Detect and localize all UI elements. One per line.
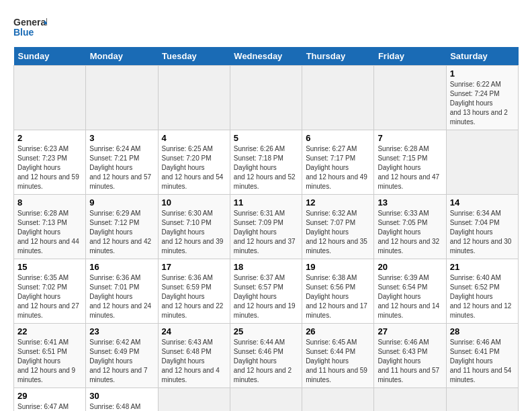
logo: General Blue (13, 13, 47, 40)
calendar-cell: 26Sunrise: 6:45 AMSunset: 6:44 PMDayligh… (302, 324, 374, 388)
calendar-cell: 1Sunrise: 6:22 AMSunset: 7:24 PMDaylight… (446, 66, 518, 130)
week-row-2: 2Sunrise: 6:23 AMSunset: 7:23 PMDaylight… (14, 130, 519, 195)
day-number: 17 (162, 262, 226, 272)
day-number: 4 (162, 133, 226, 143)
day-number: 10 (162, 197, 226, 208)
calendar-cell: 28Sunrise: 6:46 AMSunset: 6:41 PMDayligh… (446, 324, 518, 388)
calendar-cell: 9Sunrise: 6:29 AMSunset: 7:12 PMDaylight… (86, 195, 158, 259)
day-number: 3 (89, 133, 154, 143)
calendar-cell: 18Sunrise: 6:37 AMSunset: 6:57 PMDayligh… (230, 259, 302, 324)
calendar-header: SundayMondayTuesdayWednesdayThursdayFrid… (14, 47, 519, 66)
day-number: 8 (17, 197, 82, 208)
day-info: Sunrise: 6:46 AMSunset: 6:41 PMDaylight … (450, 338, 512, 383)
day-info: Sunrise: 6:34 AMSunset: 7:04 PMDaylight … (450, 210, 512, 255)
day-number: 15 (17, 262, 82, 272)
day-info: Sunrise: 6:22 AMSunset: 7:24 PMDaylight … (450, 81, 508, 126)
day-number: 13 (378, 197, 442, 208)
calendar-body: 1Sunrise: 6:22 AMSunset: 7:24 PMDaylight… (14, 66, 519, 412)
day-number: 26 (306, 326, 370, 336)
week-row-6: 29Sunrise: 6:47 AMSunset: 6:40 PMDayligh… (14, 388, 519, 412)
day-info: Sunrise: 6:47 AMSunset: 6:40 PMDaylight … (17, 403, 79, 411)
calendar-cell: 12Sunrise: 6:32 AMSunset: 7:07 PMDayligh… (302, 195, 374, 259)
calendar-cell: 7Sunrise: 6:28 AMSunset: 7:15 PMDaylight… (374, 130, 446, 195)
calendar-cell (446, 130, 518, 195)
day-info: Sunrise: 6:28 AMSunset: 7:15 PMDaylight … (378, 145, 439, 190)
calendar-cell: 4Sunrise: 6:25 AMSunset: 7:20 PMDaylight… (158, 130, 230, 195)
day-number: 14 (450, 197, 515, 208)
svg-text:General: General (13, 17, 47, 28)
day-info: Sunrise: 6:48 AMSunset: 6:38 PMDaylight … (89, 403, 151, 411)
calendar-cell: 25Sunrise: 6:44 AMSunset: 6:46 PMDayligh… (230, 324, 302, 388)
day-number: 27 (378, 326, 442, 336)
header-tuesday: Tuesday (158, 47, 230, 66)
day-number: 24 (162, 326, 226, 336)
day-info: Sunrise: 6:30 AMSunset: 7:10 PMDaylight … (162, 210, 224, 255)
svg-text:Blue: Blue (13, 27, 34, 38)
day-number: 28 (450, 326, 515, 336)
day-number: 7 (378, 133, 442, 143)
week-row-5: 22Sunrise: 6:41 AMSunset: 6:51 PMDayligh… (14, 324, 519, 388)
day-info: Sunrise: 6:29 AMSunset: 7:12 PMDaylight … (89, 210, 151, 255)
calendar-cell (302, 388, 374, 412)
day-info: Sunrise: 6:39 AMSunset: 6:54 PMDaylight … (378, 274, 439, 319)
calendar-cell (86, 66, 158, 130)
calendar-table: SundayMondayTuesdayWednesdayThursdayFrid… (13, 47, 519, 411)
day-info: Sunrise: 6:46 AMSunset: 6:43 PMDaylight … (378, 338, 439, 383)
calendar-cell: 2Sunrise: 6:23 AMSunset: 7:23 PMDaylight… (14, 130, 86, 195)
calendar-cell: 29Sunrise: 6:47 AMSunset: 6:40 PMDayligh… (14, 388, 86, 412)
calendar-cell: 14Sunrise: 6:34 AMSunset: 7:04 PMDayligh… (446, 195, 518, 259)
day-number: 19 (306, 262, 370, 272)
header-friday: Friday (374, 47, 446, 66)
calendar-cell (14, 66, 86, 130)
day-info: Sunrise: 6:28 AMSunset: 7:13 PMDaylight … (17, 210, 79, 255)
day-info: Sunrise: 6:26 AMSunset: 7:18 PMDaylight … (234, 145, 296, 190)
calendar-cell (374, 66, 446, 130)
day-info: Sunrise: 6:38 AMSunset: 6:56 PMDaylight … (306, 274, 367, 319)
calendar-cell: 11Sunrise: 6:31 AMSunset: 7:09 PMDayligh… (230, 195, 302, 259)
day-info: Sunrise: 6:36 AMSunset: 6:59 PMDaylight … (162, 274, 224, 319)
day-number: 23 (89, 326, 154, 336)
header-sunday: Sunday (14, 47, 86, 66)
calendar-cell: 19Sunrise: 6:38 AMSunset: 6:56 PMDayligh… (302, 259, 374, 324)
day-info: Sunrise: 6:40 AMSunset: 6:52 PMDaylight … (450, 274, 512, 319)
day-number: 18 (234, 262, 298, 272)
day-number: 2 (17, 133, 82, 143)
day-info: Sunrise: 6:31 AMSunset: 7:09 PMDaylight … (234, 210, 296, 255)
calendar-cell (230, 66, 302, 130)
week-row-4: 15Sunrise: 6:35 AMSunset: 7:02 PMDayligh… (14, 259, 519, 324)
day-info: Sunrise: 6:42 AMSunset: 6:49 PMDaylight … (89, 338, 147, 383)
day-info: Sunrise: 6:41 AMSunset: 6:51 PMDaylight … (17, 338, 75, 383)
calendar-cell: 13Sunrise: 6:33 AMSunset: 7:05 PMDayligh… (374, 195, 446, 259)
calendar-cell: 10Sunrise: 6:30 AMSunset: 7:10 PMDayligh… (158, 195, 230, 259)
page-header: General Blue (13, 13, 519, 40)
header-row: SundayMondayTuesdayWednesdayThursdayFrid… (14, 47, 519, 66)
day-number: 1 (450, 68, 515, 79)
calendar-cell: 17Sunrise: 6:36 AMSunset: 6:59 PMDayligh… (158, 259, 230, 324)
day-number: 20 (378, 262, 442, 272)
day-info: Sunrise: 6:23 AMSunset: 7:23 PMDaylight … (17, 145, 79, 190)
calendar-cell: 16Sunrise: 6:36 AMSunset: 7:01 PMDayligh… (86, 259, 158, 324)
calendar-cell: 6Sunrise: 6:27 AMSunset: 7:17 PMDaylight… (302, 130, 374, 195)
day-number: 30 (89, 391, 154, 401)
calendar-cell: 21Sunrise: 6:40 AMSunset: 6:52 PMDayligh… (446, 259, 518, 324)
day-info: Sunrise: 6:36 AMSunset: 7:01 PMDaylight … (89, 274, 151, 319)
calendar-cell (158, 388, 230, 412)
header-wednesday: Wednesday (230, 47, 302, 66)
calendar-cell (158, 66, 230, 130)
day-info: Sunrise: 6:27 AMSunset: 7:17 PMDaylight … (306, 145, 367, 190)
calendar-cell: 3Sunrise: 6:24 AMSunset: 7:21 PMDaylight… (86, 130, 158, 195)
week-row-1: 1Sunrise: 6:22 AMSunset: 7:24 PMDaylight… (14, 66, 519, 130)
day-number: 11 (234, 197, 298, 208)
day-number: 9 (89, 197, 154, 208)
day-info: Sunrise: 6:33 AMSunset: 7:05 PMDaylight … (378, 210, 439, 255)
day-number: 6 (306, 133, 370, 143)
day-number: 29 (17, 391, 82, 401)
calendar-cell: 20Sunrise: 6:39 AMSunset: 6:54 PMDayligh… (374, 259, 446, 324)
day-info: Sunrise: 6:25 AMSunset: 7:20 PMDaylight … (162, 145, 224, 190)
calendar-cell (374, 388, 446, 412)
day-number: 5 (234, 133, 298, 143)
day-info: Sunrise: 6:32 AMSunset: 7:07 PMDaylight … (306, 210, 367, 255)
calendar-cell: 27Sunrise: 6:46 AMSunset: 6:43 PMDayligh… (374, 324, 446, 388)
logo-svg: General Blue (13, 13, 47, 40)
calendar-cell: 15Sunrise: 6:35 AMSunset: 7:02 PMDayligh… (14, 259, 86, 324)
